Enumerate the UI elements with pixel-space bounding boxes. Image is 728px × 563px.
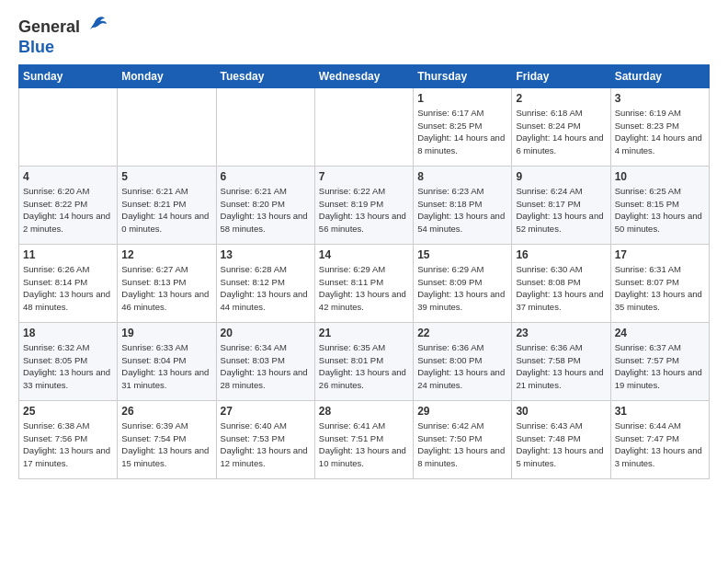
calendar-cell: 11Sunrise: 6:26 AMSunset: 8:14 PMDayligh…: [19, 244, 118, 322]
day-number: 19: [121, 327, 211, 339]
day-number: 8: [417, 170, 507, 183]
calendar-cell: 6Sunrise: 6:21 AMSunset: 8:20 PMDaylight…: [216, 166, 314, 244]
day-number: 30: [516, 405, 606, 418]
calendar-cell: 30Sunrise: 6:43 AMSunset: 7:48 PMDayligh…: [512, 400, 610, 478]
day-info: Sunrise: 6:24 AMSunset: 8:17 PMDaylight:…: [516, 185, 606, 236]
calendar-table: SundayMondayTuesdayWednesdayThursdayFrid…: [18, 64, 710, 479]
day-info: Sunrise: 6:23 AMSunset: 8:18 PMDaylight:…: [417, 185, 507, 236]
calendar-cell: 24Sunrise: 6:37 AMSunset: 7:57 PMDayligh…: [610, 322, 709, 400]
calendar-cell: 25Sunrise: 6:38 AMSunset: 7:56 PMDayligh…: [19, 400, 118, 478]
day-number: 12: [121, 248, 211, 261]
calendar-cell: 29Sunrise: 6:42 AMSunset: 7:50 PMDayligh…: [414, 400, 512, 478]
calendar-cell: 28Sunrise: 6:41 AMSunset: 7:51 PMDayligh…: [314, 400, 413, 478]
calendar-page: General Blue SundayMondayTuesdayWednesda…: [0, 0, 728, 492]
day-info: Sunrise: 6:20 AMSunset: 8:22 PMDaylight:…: [23, 185, 113, 236]
day-number: 24: [615, 327, 705, 339]
day-info: Sunrise: 6:44 AMSunset: 7:47 PMDaylight:…: [615, 419, 705, 470]
calendar-cell: [216, 87, 314, 166]
day-info: Sunrise: 6:21 AMSunset: 8:20 PMDaylight:…: [221, 185, 311, 236]
day-number: 18: [23, 327, 113, 339]
day-number: 21: [319, 327, 409, 339]
day-number: 14: [319, 248, 409, 261]
weekday-header-saturday: Saturday: [610, 64, 709, 87]
day-number: 11: [23, 248, 113, 261]
day-info: Sunrise: 6:19 AMSunset: 8:23 PMDaylight:…: [615, 107, 705, 157]
logo-blue-text: Blue: [18, 39, 54, 57]
calendar-cell: 7Sunrise: 6:22 AMSunset: 8:19 PMDaylight…: [314, 166, 413, 244]
day-number: 26: [121, 405, 211, 418]
calendar-cell: 18Sunrise: 6:32 AMSunset: 8:05 PMDayligh…: [19, 322, 118, 400]
day-info: Sunrise: 6:38 AMSunset: 7:56 PMDaylight:…: [23, 419, 113, 470]
day-number: 17: [615, 248, 705, 261]
day-number: 6: [221, 170, 311, 183]
day-info: Sunrise: 6:40 AMSunset: 7:53 PMDaylight:…: [221, 419, 311, 470]
day-number: 22: [417, 327, 507, 339]
weekday-header-sunday: Sunday: [19, 64, 118, 87]
day-info: Sunrise: 6:29 AMSunset: 8:09 PMDaylight:…: [417, 263, 507, 314]
day-number: 16: [516, 248, 606, 261]
calendar-cell: 10Sunrise: 6:25 AMSunset: 8:15 PMDayligh…: [610, 166, 709, 244]
calendar-cell: [314, 87, 413, 166]
calendar-week-row: 4Sunrise: 6:20 AMSunset: 8:22 PMDaylight…: [19, 166, 710, 244]
day-info: Sunrise: 6:36 AMSunset: 8:00 PMDaylight:…: [417, 341, 507, 392]
calendar-cell: 14Sunrise: 6:29 AMSunset: 8:11 PMDayligh…: [314, 244, 413, 322]
calendar-cell: 2Sunrise: 6:18 AMSunset: 8:24 PMDaylight…: [512, 87, 610, 166]
calendar-cell: 26Sunrise: 6:39 AMSunset: 7:54 PMDayligh…: [118, 400, 216, 478]
calendar-cell: 3Sunrise: 6:19 AMSunset: 8:23 PMDaylight…: [610, 87, 709, 166]
day-info: Sunrise: 6:27 AMSunset: 8:13 PMDaylight:…: [121, 263, 211, 314]
day-info: Sunrise: 6:22 AMSunset: 8:19 PMDaylight:…: [319, 185, 409, 236]
calendar-cell: 16Sunrise: 6:30 AMSunset: 8:08 PMDayligh…: [512, 244, 610, 322]
weekday-header-monday: Monday: [118, 64, 216, 87]
calendar-cell: 27Sunrise: 6:40 AMSunset: 7:53 PMDayligh…: [216, 400, 314, 478]
calendar-cell: 12Sunrise: 6:27 AMSunset: 8:13 PMDayligh…: [118, 244, 216, 322]
logo-general-text: General: [18, 18, 80, 37]
day-info: Sunrise: 6:18 AMSunset: 8:24 PMDaylight:…: [516, 107, 606, 157]
day-info: Sunrise: 6:34 AMSunset: 8:03 PMDaylight:…: [221, 341, 311, 392]
day-info: Sunrise: 6:17 AMSunset: 8:25 PMDaylight:…: [417, 107, 507, 157]
day-number: 23: [516, 327, 606, 339]
day-info: Sunrise: 6:35 AMSunset: 8:01 PMDaylight:…: [319, 341, 409, 392]
day-number: 25: [23, 405, 113, 418]
day-info: Sunrise: 6:43 AMSunset: 7:48 PMDaylight:…: [516, 419, 606, 470]
day-info: Sunrise: 6:30 AMSunset: 8:08 PMDaylight:…: [516, 263, 606, 314]
calendar-cell: 8Sunrise: 6:23 AMSunset: 8:18 PMDaylight…: [414, 166, 512, 244]
calendar-cell: 21Sunrise: 6:35 AMSunset: 8:01 PMDayligh…: [314, 322, 413, 400]
calendar-cell: 15Sunrise: 6:29 AMSunset: 8:09 PMDayligh…: [414, 244, 512, 322]
day-number: 27: [221, 405, 311, 418]
day-info: Sunrise: 6:28 AMSunset: 8:12 PMDaylight:…: [221, 263, 311, 314]
logo-bird-icon: [83, 13, 108, 39]
weekday-header-friday: Friday: [512, 64, 610, 87]
day-info: Sunrise: 6:39 AMSunset: 7:54 PMDaylight:…: [121, 419, 211, 470]
day-info: Sunrise: 6:42 AMSunset: 7:50 PMDaylight:…: [417, 419, 507, 470]
weekday-header-wednesday: Wednesday: [314, 64, 413, 87]
day-info: Sunrise: 6:36 AMSunset: 7:58 PMDaylight:…: [516, 341, 606, 392]
day-number: 5: [121, 170, 211, 183]
calendar-cell: 31Sunrise: 6:44 AMSunset: 7:47 PMDayligh…: [610, 400, 709, 478]
day-info: Sunrise: 6:29 AMSunset: 8:11 PMDaylight:…: [319, 263, 409, 314]
calendar-cell: 20Sunrise: 6:34 AMSunset: 8:03 PMDayligh…: [216, 322, 314, 400]
day-info: Sunrise: 6:41 AMSunset: 7:51 PMDaylight:…: [319, 419, 409, 470]
day-number: 2: [516, 92, 606, 105]
calendar-week-row: 25Sunrise: 6:38 AMSunset: 7:56 PMDayligh…: [19, 400, 710, 478]
calendar-cell: [118, 87, 216, 166]
day-number: 4: [23, 170, 113, 183]
weekday-header-tuesday: Tuesday: [216, 64, 314, 87]
day-info: Sunrise: 6:21 AMSunset: 8:21 PMDaylight:…: [121, 185, 211, 236]
day-info: Sunrise: 6:25 AMSunset: 8:15 PMDaylight:…: [615, 185, 705, 236]
day-info: Sunrise: 6:31 AMSunset: 8:07 PMDaylight:…: [615, 263, 705, 314]
day-number: 9: [516, 170, 606, 183]
header: General Blue: [18, 17, 710, 57]
day-number: 31: [615, 405, 705, 418]
day-number: 15: [417, 248, 507, 261]
weekday-header-thursday: Thursday: [414, 64, 512, 87]
calendar-cell: 13Sunrise: 6:28 AMSunset: 8:12 PMDayligh…: [216, 244, 314, 322]
calendar-cell: 17Sunrise: 6:31 AMSunset: 8:07 PMDayligh…: [610, 244, 709, 322]
day-number: 13: [221, 248, 311, 261]
calendar-cell: 9Sunrise: 6:24 AMSunset: 8:17 PMDaylight…: [512, 166, 610, 244]
day-info: Sunrise: 6:37 AMSunset: 7:57 PMDaylight:…: [615, 341, 705, 392]
weekday-header-row: SundayMondayTuesdayWednesdayThursdayFrid…: [19, 64, 710, 87]
day-number: 1: [417, 92, 507, 105]
calendar-cell: 19Sunrise: 6:33 AMSunset: 8:04 PMDayligh…: [118, 322, 216, 400]
calendar-cell: 23Sunrise: 6:36 AMSunset: 7:58 PMDayligh…: [512, 322, 610, 400]
calendar-cell: 5Sunrise: 6:21 AMSunset: 8:21 PMDaylight…: [118, 166, 216, 244]
